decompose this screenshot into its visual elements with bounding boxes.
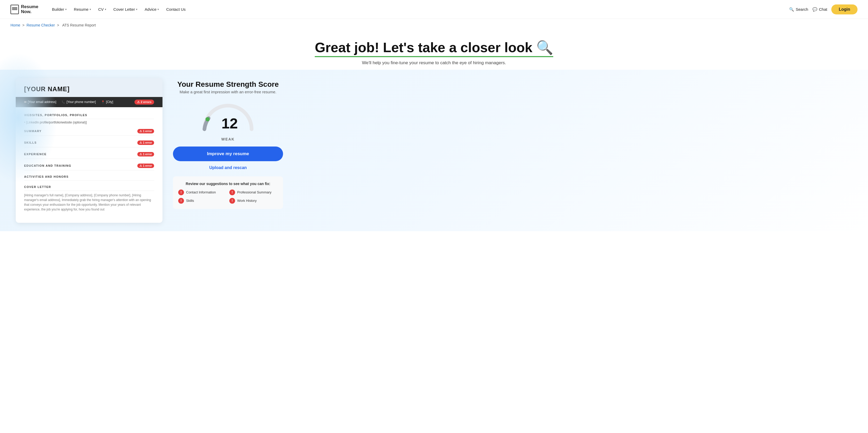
suggestions-grid: ! Contact Information ! Professional Sum… <box>178 189 278 204</box>
score-label: WEAK <box>173 137 283 141</box>
phone-icon: 📞 <box>62 100 65 104</box>
error-icon: ! <box>229 189 235 195</box>
email-contact: ✉ [Your email address] <box>24 100 56 104</box>
error-icon: ! <box>178 198 184 204</box>
resume-section-activities: ACTIVITIES AND HONORS <box>24 175 154 181</box>
error-icon: ⚠ <box>140 141 142 145</box>
resume-contact-bar: ✉ [Your email address] 📞 [Your phone num… <box>16 97 162 107</box>
error-icon: ⚠ <box>140 153 142 156</box>
chevron-icon: ▾ <box>105 8 106 11</box>
chevron-icon: ▾ <box>65 8 67 11</box>
svg-point-0 <box>206 117 210 121</box>
suggestion-summary: ! Professional Summary <box>229 189 278 195</box>
resume-body: WEBSITES, PORTFOLIOS, PROFILES • [Linked… <box>16 107 162 223</box>
resume-section-experience: EXPERIENCE ⚠ 1 error <box>24 152 154 159</box>
main-content: [YOUR NAME] ✉ [Your email address] 📞 [Yo… <box>0 70 868 231</box>
skills-error-badge: ⚠ 1 error <box>137 141 154 145</box>
score-gauge: 12 <box>199 100 257 133</box>
resume-preview-card: [YOUR NAME] ✉ [Your email address] 📞 [Yo… <box>16 78 162 223</box>
summary-error-badge: ⚠ 1 error <box>137 129 154 133</box>
score-panel: Your Resume Strength Score Make a great … <box>173 78 283 209</box>
nav-cv[interactable]: CV ▾ <box>95 5 109 13</box>
search-button[interactable]: 🔍 Search <box>789 7 808 12</box>
search-icon: 🔍 <box>789 7 794 12</box>
nav-builder[interactable]: Builder ▾ <box>49 5 70 13</box>
resume-section-cover-letter: COVER LETTER [Hiring manager's full name… <box>24 185 154 212</box>
error-icon: ⚠ <box>137 100 140 104</box>
breadcrumb: Home > Resume Checker > ATS Resume Repor… <box>0 19 868 31</box>
resume-header: [YOUR NAME] <box>16 78 162 97</box>
phone-contact: 📞 [Your phone number] <box>62 100 96 104</box>
nav-resume[interactable]: Resume ▾ <box>71 5 94 13</box>
location-icon: 📍 <box>101 100 105 104</box>
nav-contact-us[interactable]: Contact Us <box>163 5 189 13</box>
nav-links: Builder ▾ Resume ▾ CV ▾ Cover Letter ▾ A… <box>49 5 789 13</box>
logo-icon <box>10 5 19 14</box>
hero-section: Great job! Let's take a closer look 🔍 We… <box>0 31 868 70</box>
nav-advice[interactable]: Advice ▾ <box>142 5 162 13</box>
navbar: Resume Now. Builder ▾ Resume ▾ CV ▾ Cove… <box>0 0 868 19</box>
upload-rescan-link[interactable]: Upload and rescan <box>173 165 283 170</box>
resume-section-summary: SUMMARY ⚠ 1 error <box>24 129 154 136</box>
suggestions-box: Review our suggestions to see what you c… <box>173 176 283 209</box>
suggestion-contact: ! Contact Information <box>178 189 227 195</box>
suggestion-work-history: ! Work History <box>229 198 278 204</box>
score-title: Your Resume Strength Score <box>173 80 283 89</box>
chevron-icon: ▾ <box>136 8 137 11</box>
resume-section-websites: WEBSITES, PORTFOLIOS, PROFILES • [Linked… <box>24 114 154 124</box>
suggestion-skills: ! Skills <box>178 198 227 204</box>
error-icon: ⚠ <box>140 164 142 167</box>
email-icon: ✉ <box>24 100 27 104</box>
breadcrumb-checker[interactable]: Resume Checker <box>27 23 55 27</box>
error-icon: ⚠ <box>140 129 142 133</box>
city-contact: 📍 [City] <box>101 100 113 104</box>
resume-name: [YOUR NAME] <box>24 86 154 93</box>
login-button[interactable]: Login <box>831 4 858 14</box>
score-number: 12 <box>221 116 238 131</box>
breadcrumb-current: ATS Resume Report <box>62 23 96 27</box>
logo-link[interactable]: Resume Now. <box>10 4 38 14</box>
resume-section-education: EDUCATION AND TRAINING ⚠ 1 error <box>24 163 154 171</box>
education-error-badge: ⚠ 1 error <box>137 163 154 168</box>
hero-subtitle: We'll help you fine-tune your resume to … <box>5 60 863 65</box>
resume-section-skills: SKILLS ⚠ 1 error <box>24 141 154 147</box>
chat-icon: 💬 <box>812 7 817 12</box>
error-icon: ! <box>178 189 184 195</box>
contact-errors-badge: ⚠ 2 errors <box>134 100 154 104</box>
chevron-icon: ▾ <box>157 8 159 11</box>
hero-title: Great job! Let's take a closer look 🔍 <box>5 40 863 57</box>
suggestions-title: Review our suggestions to see what you c… <box>178 182 278 186</box>
experience-error-badge: ⚠ 1 error <box>137 152 154 156</box>
nav-actions: 🔍 Search 💬 Chat Login <box>789 4 858 14</box>
breadcrumb-home[interactable]: Home <box>10 23 20 27</box>
error-icon: ! <box>229 198 235 204</box>
chevron-icon: ▾ <box>90 8 91 11</box>
improve-resume-button[interactable]: Improve my resume <box>173 147 283 161</box>
logo-text: Resume Now. <box>21 4 38 14</box>
score-subtitle: Make a great first impression with an er… <box>173 90 283 94</box>
nav-cover-letter[interactable]: Cover Letter ▾ <box>110 5 141 13</box>
chat-button[interactable]: 💬 Chat <box>812 7 827 12</box>
